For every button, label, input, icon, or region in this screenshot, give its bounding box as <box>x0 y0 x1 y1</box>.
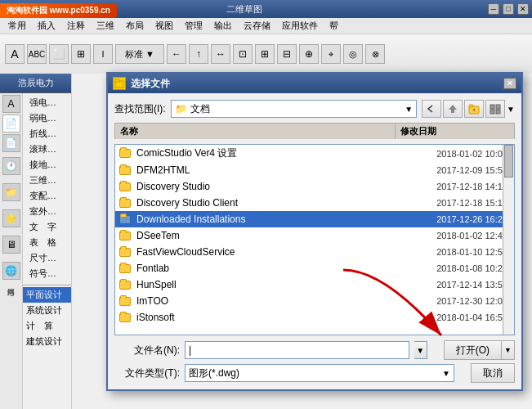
file-name-2: Discovery Studio <box>136 181 392 192</box>
ribbon-btn-11[interactable]: ⊟ <box>277 44 297 64</box>
folder-icon-9 <box>118 294 132 308</box>
menu-item-3[interactable]: 三维 <box>92 18 119 34</box>
menu-item-1[interactable]: 插入 <box>33 18 60 34</box>
file-row-4[interactable]: Downloaded Installations 2017-12-26 16:2… <box>115 211 514 227</box>
sidebar-item-7[interactable]: 室外变电 <box>26 204 68 219</box>
minimize-btn[interactable]: ─ <box>488 3 499 15</box>
ribbon-btn-10[interactable]: ⊞ <box>255 44 275 64</box>
filename-dropdown-arrow[interactable]: ▼ <box>414 341 427 359</box>
ribbon-btn-4[interactable]: ⊞ <box>71 44 91 64</box>
maximize-btn[interactable]: □ <box>503 3 514 15</box>
menu-item-4[interactable]: 布局 <box>121 18 149 34</box>
ribbon-btn-9[interactable]: ⊡ <box>233 44 253 64</box>
file-list[interactable]: ComicStudio Ver4 设置 2018-01-02 10:06 DFM… <box>114 144 515 335</box>
sidebar-icon-1[interactable]: A <box>2 95 20 113</box>
filetype-combo[interactable]: 图形(*.dwg) ▼ <box>185 364 454 382</box>
filename-input[interactable] <box>185 341 409 359</box>
ribbon-btn-3[interactable]: ⬜ <box>49 44 69 64</box>
menu-bar: 常用 插入 注释 三维 布局 视图 管理 输出 云存储 应用软件 帮 <box>0 18 532 34</box>
sidebar-bottom-2[interactable]: 计 算 <box>23 318 71 334</box>
svg-rect-5 <box>490 105 494 109</box>
file-row-10[interactable]: iStonsoft 2018-01-04 16:56 <box>115 309 514 326</box>
ribbon-btn-2[interactable]: ABC <box>27 44 47 64</box>
file-name-1: DFM2HTML <box>136 164 392 176</box>
sidebar-item-8[interactable]: 文 字 <box>26 219 68 235</box>
ribbon-btn-8[interactable]: ↔ <box>211 44 230 64</box>
menu-item-7[interactable]: 输出 <box>209 18 237 34</box>
dialog-title-text: 选择文件 <box>131 77 170 91</box>
ribbon-btn-12[interactable]: ⊕ <box>299 44 319 64</box>
sidebar-icon-2[interactable]: 📄 <box>2 115 20 133</box>
file-row-6[interactable]: FastViewCloudService 2018-01-10 12:57 <box>115 244 514 260</box>
sidebar-icon-doc2[interactable]: 📁 <box>2 183 20 201</box>
file-list-scrollbar[interactable] <box>503 145 514 335</box>
sidebar-items: 强电平面 弱电平面 折线防雷 滚球防雷 接地设计 三维桥架 变配电室 室外变电 … <box>23 93 71 409</box>
sidebar-bottom-0[interactable]: 平面设计 <box>23 287 71 303</box>
file-name-3: Discovery Studio Client <box>136 197 392 209</box>
open-dropdown-arrow[interactable]: ▼ <box>502 340 515 360</box>
file-name-9: ImTOO <box>136 295 392 307</box>
location-combo-arrow[interactable]: ▼ <box>405 105 413 114</box>
open-button[interactable]: 打开(O) <box>444 340 502 360</box>
menu-item-0[interactable]: 常用 <box>3 18 31 34</box>
file-row-7[interactable]: Fontlab 2018-01-08 10:28 <box>115 260 514 276</box>
file-date-2: 2017-12-18 14:17 <box>392 182 511 191</box>
file-row-8[interactable]: HunSpell 2017-12-14 13:53 <box>115 276 514 293</box>
menu-item-10[interactable]: 帮 <box>324 18 343 34</box>
file-date-0: 2018-01-02 10:06 <box>392 149 511 159</box>
open-btn-group: 打开(O) ▼ <box>444 340 515 360</box>
file-row-9[interactable]: ImTOO 2017-12-30 12:04 <box>115 293 514 309</box>
sidebar-item-4[interactable]: 接地设计 <box>26 157 68 173</box>
file-row-3[interactable]: Discovery Studio Client 2017-12-18 15:16 <box>115 195 514 211</box>
sidebar-icon-fav[interactable]: ⭐ <box>2 209 20 227</box>
sidebar-icon-net[interactable]: 🌐 <box>2 262 20 280</box>
dialog-close-btn[interactable]: ✕ <box>503 78 516 89</box>
sidebar-item-10[interactable]: 尺寸标注 <box>26 250 68 266</box>
ribbon-btn-7[interactable]: ↑ <box>189 44 208 64</box>
file-name-5: DSeeTem <box>136 230 392 241</box>
up-button[interactable] <box>443 100 463 118</box>
menu-item-2[interactable]: 注释 <box>62 18 90 34</box>
svg-rect-8 <box>496 110 500 114</box>
sidebar-bottom-1[interactable]: 系统设计 <box>23 303 71 318</box>
sidebar-icon-hist[interactable]: 🕐 <box>2 157 20 175</box>
views-dropdown-arrow[interactable]: ▼ <box>507 105 515 114</box>
ribbon-btn-1[interactable]: A <box>5 44 25 64</box>
file-row-2[interactable]: Discovery Studio 2017-12-18 14:17 <box>115 178 514 195</box>
menu-item-6[interactable]: 管理 <box>180 18 208 34</box>
file-row-5[interactable]: DSeeTem 2018-01-02 12:40 <box>115 227 514 244</box>
sidebar-item-9[interactable]: 表 格 <box>26 235 68 250</box>
ribbon-btn-13[interactable]: ⌖ <box>321 44 341 64</box>
scrollbar-thumb[interactable] <box>504 145 513 178</box>
sidebar-item-6[interactable]: 变配电室 <box>26 188 68 204</box>
views-button[interactable] <box>485 100 505 118</box>
sidebar-item-2[interactable]: 折线防雷 <box>26 126 68 142</box>
sidebar-header: 浩辰电力 <box>0 74 71 92</box>
back-button[interactable] <box>422 100 441 118</box>
sidebar-item-11[interactable]: 符号标注 <box>26 266 68 281</box>
cancel-button[interactable]: 取消 <box>471 363 515 383</box>
menu-item-8[interactable]: 云存储 <box>239 18 275 34</box>
sidebar-item-0[interactable]: 强电平面 <box>26 95 68 110</box>
sidebar-item-5[interactable]: 三维桥架 <box>26 173 68 188</box>
app-title: 二维草图 <box>3 3 485 16</box>
sidebar-item-3[interactable]: 滚球防雷 <box>26 142 68 157</box>
sidebar-item-1[interactable]: 弱电平面 <box>26 110 68 126</box>
file-row-1[interactable]: DFM2HTML 2017-12-09 15:58 <box>115 162 514 178</box>
ribbon-combo-1[interactable]: 标准 ▼ <box>115 44 164 64</box>
file-name-4: Downloaded Installations <box>136 213 392 225</box>
menu-item-9[interactable]: 应用软件 <box>277 18 323 34</box>
ribbon-btn-15[interactable]: ⊗ <box>365 44 385 64</box>
location-label: 查找范围(I): <box>114 102 166 116</box>
ribbon-btn-6[interactable]: ← <box>167 44 186 64</box>
ribbon-btn-5[interactable]: I <box>93 44 113 64</box>
new-folder-button[interactable]: + <box>464 100 484 118</box>
ribbon-btn-14[interactable]: ◎ <box>343 44 363 64</box>
file-row-0[interactable]: ComicStudio Ver4 设置 2018-01-02 10:06 <box>115 145 514 162</box>
sidebar-icon-desk[interactable]: 🖥 <box>2 236 20 254</box>
sidebar-bottom-3[interactable]: 建筑设计 <box>23 334 71 349</box>
close-btn[interactable]: ✕ <box>517 3 529 15</box>
location-combo[interactable]: 📁 文档 ▼ <box>171 100 417 118</box>
menu-item-5[interactable]: 视图 <box>150 18 178 34</box>
sidebar-icon-doc[interactable]: 📄 <box>2 134 20 152</box>
